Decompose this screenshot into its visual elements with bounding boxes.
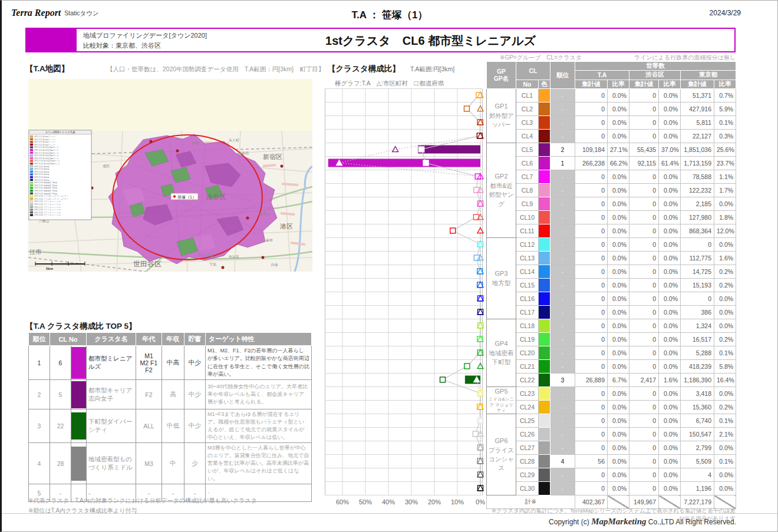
tbody: GP1郊外型アッパーCL1-00.0%00.0%51,3710.7%CL2-00… (487, 89, 736, 509)
legend-entry: GP1 CL3 郊外型アッパー (34, 141, 56, 143)
rank-cell: 2 (29, 380, 50, 409)
station-dot (281, 165, 283, 168)
value-cell: 25.6% (714, 143, 736, 157)
gp-name-cell: GP5ミドル&シニア マジョリティ (487, 387, 516, 414)
gp-name-cell: GP6プライスコンシャス (487, 414, 516, 495)
tbody: 16都市型ミレニアルズM1 M2 F1 F2中高中少M1、M2、F1、F2の若年… (29, 346, 312, 502)
value-cell: 3,418 (681, 387, 714, 401)
rank-cell: - (550, 360, 575, 374)
cl-no-cell: CL11 (516, 224, 539, 238)
value-cell: 5,288 (681, 346, 714, 360)
value-cell: 0.2% (714, 401, 736, 414)
value-cell: 0.0% (608, 292, 629, 306)
cl-no-cell: CL25 (516, 414, 539, 428)
value-cell: 0 (575, 211, 608, 224)
value-cell: 0 (575, 130, 608, 143)
footer-brand: MapMarketing (591, 517, 646, 526)
prefecture-marker (474, 187, 479, 193)
cluster-name-cell: 下町型ダイバーシティ (87, 409, 136, 443)
value-cell: 0 (629, 387, 659, 401)
ta-map: 笹塚（1）阿佐谷中野百人町西新宿新宿区成田渋谷区港区上北沢八幡山江市世田谷区三軒… (28, 79, 312, 272)
legend-entry: GP2 CL7 都市&近郊型ヤング (34, 152, 60, 154)
value-cell: 16.4% (714, 374, 736, 387)
x-tick-label: 20% (428, 498, 441, 505)
rank-cell: - (550, 103, 575, 116)
value-cell: 427,916 (681, 103, 714, 116)
station-dot (222, 266, 225, 269)
value-cell: 1,186,390 (681, 374, 714, 387)
legend-entry: GP2 CL10 都市&近郊型ヤング (34, 160, 60, 162)
rank-cell: - (550, 89, 575, 103)
value-cell: 0.0% (608, 184, 629, 197)
value-cell: 0 (629, 482, 659, 495)
color-header: 色 (539, 80, 550, 88)
cl-no-cell: CL19 (516, 333, 539, 346)
legend-chip (30, 157, 33, 159)
value-cell: 0 (575, 265, 608, 279)
cl-color-cell (539, 130, 550, 143)
cl-color-cell (539, 89, 550, 103)
cl-no-cell: CL8 (516, 184, 539, 197)
value-cell: 55,435 (629, 143, 659, 157)
top5-row: 16都市型ミレニアルズM1 M2 F1 F2中高中少M1、M2、F1、F2の若年… (29, 346, 312, 380)
value-cell: 0.0% (659, 211, 681, 224)
cluster-row: CL9-00.0%00.0%2,1850.0% (487, 197, 736, 211)
legend-chip (30, 166, 33, 167)
rank-cell: 3 (550, 374, 575, 387)
legend-chip (30, 163, 33, 164)
value-cell: 0 (575, 428, 608, 441)
rank-cell: 4 (29, 443, 50, 484)
top5-column-header: クラスタ名 (87, 333, 136, 346)
value-cell: 418,239 (681, 360, 714, 374)
top5-footnote-1: ※代表クラスタ：T.A内の対象ランクにおける分析データの構成比が最も高いクラスタ (28, 497, 257, 505)
value-cell: 0.7% (714, 89, 736, 103)
value-cell: 0 (629, 238, 659, 252)
cl-color-cell (539, 292, 550, 306)
value-cell: 0 (575, 224, 608, 238)
households-header: 世帯数 (575, 62, 736, 71)
cl-no-cell: 22 (50, 409, 71, 443)
legend-entry: GP6 CL29 プライスコンシャス (34, 212, 61, 214)
color-cell (71, 346, 87, 380)
center-marker-dot (173, 195, 176, 197)
value-cell: 0 (575, 414, 608, 428)
top5-column-header: 年収 (162, 333, 184, 346)
place-label: 港区 (280, 223, 293, 230)
value-cell: 0 (629, 441, 659, 455)
center-marker: 笹塚（1） (171, 193, 198, 200)
cluster-row: CL10-00.0%00.0%127,9801.8% (487, 211, 736, 224)
cluster-composition-chart: 60%50%40%30%20%10%0% (325, 88, 486, 511)
cluster-row: CL7-00.0%00.0%78,5881.1% (487, 170, 736, 184)
cl-no-cell: 28 (50, 443, 71, 484)
cl-no-cell: CL6 (516, 157, 539, 170)
title-bar: 地域プロファイリングデータ[タウン2020] 比較対象：東京都、渋谷区 1stク… (25, 28, 736, 52)
cl-color-cell (539, 387, 550, 401)
cl-no-cell: CL12 (516, 238, 539, 252)
rank-cell: 2 (550, 143, 575, 157)
place-label: 成田 (103, 164, 110, 168)
div: GP (487, 68, 516, 75)
rank-cell: - (550, 482, 575, 495)
cluster-table-el: GPGP名CL順位世帯数T.A渋谷区東京都No色集計値比率集計値比率集計値比率G… (486, 61, 736, 509)
place-label: 中目黒 (229, 255, 239, 259)
legend-entry: GP2 CL6 都市&近郊型ヤング (34, 149, 60, 151)
value-cell: 1.8% (714, 211, 736, 224)
value-cell: 1,324 (681, 319, 714, 333)
gp-label: 地域密着 下町型 (488, 349, 515, 366)
tokyo-header: 東京都 (681, 71, 736, 80)
x-tick-label: 0% (476, 498, 485, 505)
value-cell: 0.0% (608, 238, 629, 252)
value-cell: 0.0% (608, 116, 629, 130)
cl-color-cell (539, 482, 550, 495)
value-cell: 0 (629, 306, 659, 319)
value-cell: 0.0% (608, 414, 629, 428)
value-cell: 0.0% (659, 238, 681, 252)
prefecture-marker (419, 147, 424, 152)
value-cell: 0.0% (714, 468, 736, 482)
value-cell: 0.0% (608, 224, 629, 238)
cl-color-cell (539, 468, 550, 482)
rank-header: 順位 (550, 62, 575, 89)
rank-cell: - (550, 387, 575, 401)
color-cell (71, 409, 87, 443)
copyright-pre: Copyright (c) (549, 518, 589, 526)
